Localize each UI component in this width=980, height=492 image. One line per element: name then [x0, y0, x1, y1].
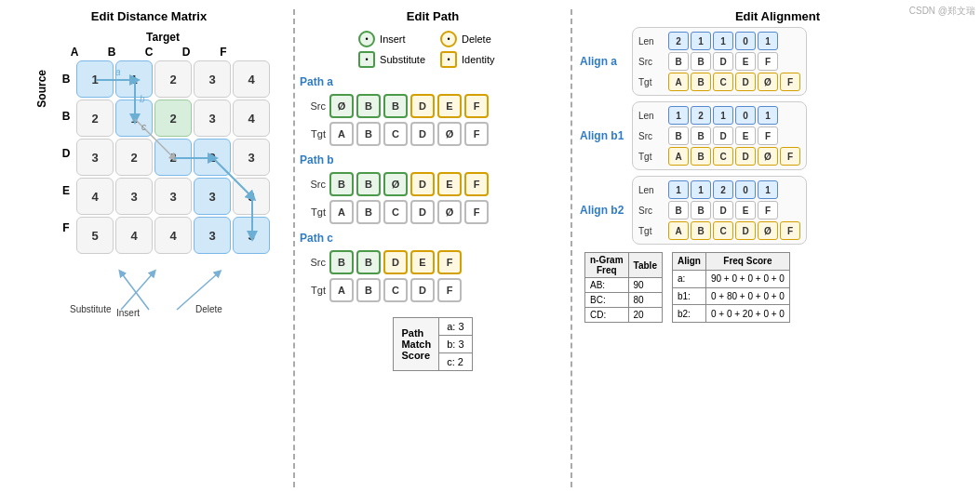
path-b-tgt-2: C [383, 200, 408, 224]
align-b1-tgt-row: Tgt A B C D Ø F [638, 147, 800, 166]
matrix-cell-1-4: 4 [233, 100, 270, 137]
align-b2-tgt-cells: A B C D Ø F [668, 221, 800, 240]
align-b2-src-4: F [758, 201, 778, 219]
path-c-src-2: D [383, 250, 408, 274]
row-label-D: D [56, 135, 76, 172]
insert-icon: • [358, 31, 375, 47]
legend-insert: • Insert [358, 31, 425, 47]
align-a-tgt-2: C [713, 73, 733, 91]
legend-substitute-label: Substitute [380, 54, 425, 65]
align-a-tgt-0: A [668, 73, 689, 91]
path-a-src-3: D [410, 94, 435, 118]
col-header-B: B [93, 44, 130, 60]
target-label: Target [56, 31, 270, 44]
score-table-label: PathMatchScore [394, 318, 439, 371]
align-b2-tgt-row: Tgt A B C D Ø F [638, 221, 800, 240]
path-c-block: Path c Src B B D E F Tgt A B [300, 232, 566, 302]
align-score-header2: Freq Score [705, 253, 789, 271]
align-b1-src-1: B [691, 126, 711, 145]
align-b1-tgt-4: Ø [758, 147, 778, 166]
align-score-header1: Align [672, 253, 705, 271]
path-b-src-4: E [437, 172, 462, 196]
align-b2-wrapper: Align b2 Len 1 1 2 0 1 [580, 176, 975, 245]
align-a-tgt-1: B [691, 73, 711, 91]
path-a-tgt-cells: A B C D Ø F [329, 122, 489, 146]
source-title: Source [35, 70, 48, 108]
align-b1-len-1: 2 [691, 106, 711, 125]
align-a-block: Len 2 1 1 0 1 Src B [632, 27, 807, 96]
path-c-tgt-cells: A B C D F [329, 278, 462, 302]
svg-text:Delete: Delete [195, 304, 222, 314]
score-b-path: b: 3 [439, 336, 472, 353]
matrix-cell-1-2: 2 [154, 100, 192, 137]
path-b-src-row: Src B B Ø D E F [300, 172, 566, 196]
path-a-src-row: Src Ø B B D E F [300, 94, 566, 118]
align-b1-len-2: 1 [713, 106, 733, 125]
delete-icon: • [440, 31, 457, 47]
align-a-label: Align a [580, 55, 628, 68]
row-label-B2: B [56, 98, 76, 135]
align-a-len-3: 0 [735, 32, 756, 50]
path-c-tgt-1: B [356, 278, 381, 302]
path-b-tgt-5: F [464, 200, 489, 224]
left-section: Edit Distance Matrix Target A B C D F So… [5, 9, 293, 487]
align-b2-tgt-2: C [713, 221, 733, 240]
matrix-cell-4-3: 3 [194, 217, 231, 254]
matrix-cell-4-4: 3 [233, 217, 270, 254]
path-a-src-4: E [437, 94, 462, 118]
align-blocks-container: Align a Len 2 1 1 0 1 [580, 27, 975, 245]
align-b1-src-0: B [668, 126, 689, 145]
matrix-header-row: A B C D F [56, 44, 270, 60]
align-b2-block: Len 1 1 2 0 1 Src B [632, 176, 807, 245]
score-table-wrapper: PathMatchScore a: 3 b: 3 c: 2 [393, 310, 472, 371]
path-c-tgt-4: F [437, 278, 462, 302]
path-a-tgt-3: D [410, 122, 435, 146]
align-b2-len-0: 1 [668, 180, 689, 199]
path-b-tgt-cells: A B C D Ø F [329, 200, 489, 224]
align-score-a-val: 90 + 0 + 0 + 0 + 0 [705, 270, 789, 287]
col-header-C: C [130, 44, 168, 60]
path-c-tgt-label: Tgt [300, 285, 326, 296]
align-b1-src-label: Src [638, 131, 665, 141]
main-container: Edit Distance Matrix Target A B C D F So… [0, 0, 980, 492]
matrix-cell-2-4: 3 [233, 139, 270, 176]
right-title: Edit Alignment [735, 9, 820, 23]
matrix-body: Source B B D E F 1 1 2 3 4 [28, 60, 270, 254]
path-a-block: Path a Src Ø B B D E F Tgt A [300, 75, 566, 146]
path-b-block: Path b Src B B Ø D E F Tgt A [300, 153, 566, 224]
align-b2-len-2: 2 [713, 180, 733, 199]
align-a-len-1: 1 [691, 32, 711, 50]
align-a-len-label: Len [638, 36, 665, 47]
path-a-tgt-row: Tgt A B C D Ø F [300, 122, 566, 146]
right-section: Edit Alignment Align a Len 2 1 1 0 [572, 9, 975, 487]
align-b2-tgt-0: A [668, 221, 689, 240]
col-header-A: A [56, 44, 93, 60]
align-b2-tgt-5: F [780, 221, 800, 240]
path-a-src-2: B [383, 94, 408, 118]
align-b1-tgt-3: D [735, 147, 756, 166]
matrix-cell-0-2: 2 [154, 60, 192, 98]
path-a-tgt-2: C [383, 122, 408, 146]
align-a-tgt-label: Tgt [638, 77, 665, 87]
row-label-B1: B [56, 60, 76, 98]
path-a-src-label: Src [300, 100, 326, 112]
align-a-src-row: Src B B D E F [638, 52, 800, 71]
legend-insert-label: Insert [380, 33, 406, 45]
ngram-table-label: Table [628, 253, 662, 278]
row-label-E: E [56, 172, 76, 209]
align-b1-tgt-5: F [780, 147, 800, 166]
source-labels: Source [28, 60, 56, 254]
matrix-cell-2-3: 2 [194, 139, 231, 176]
identity-icon: • [440, 51, 457, 68]
path-a-tgt-0: A [329, 122, 354, 146]
left-title: Edit Distance Matrix [91, 9, 207, 23]
align-b2-len-4: 1 [758, 180, 778, 199]
path-b-src-0: B [329, 172, 354, 196]
align-a-src-cells: B B D E F [668, 52, 778, 71]
path-b-tgt-4: Ø [437, 200, 462, 224]
matrix-cell-0-0: 1 [76, 60, 114, 98]
align-a-src-0: B [668, 52, 689, 71]
path-a-src-cells: Ø B B D E F [329, 94, 489, 118]
col-header-F: F [205, 44, 242, 60]
path-a-src-5: F [464, 94, 489, 118]
